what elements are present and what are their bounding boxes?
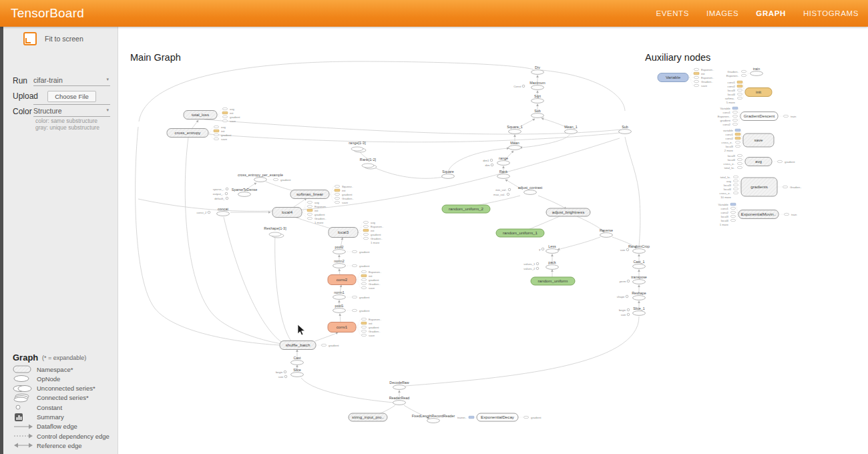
graph-node-local3[interactable]: local3avgExponen..initgradientGradien..1… [329, 221, 383, 244]
graph-node-train[interactable]: trainGradien..Exponen.. [726, 67, 763, 77]
graph-node-Mean_1[interactable]: Mean_1 [564, 125, 577, 134]
graph-node-DecodeRaw[interactable]: DecodeRaw [389, 381, 409, 390]
graph-node-concat[interactable]: concat [217, 207, 230, 216]
svg-text:local3: local3 [721, 215, 729, 218]
graph-node-avg[interactable]: avggradientlocal3local4cross_e..total_lo… [724, 154, 796, 170]
graph-node-Sub[interactable]: Sub [619, 125, 632, 134]
svg-text:gradient: gradient [359, 250, 370, 254]
graph-node-Cast_1[interactable]: Cast_1 [633, 260, 646, 269]
graph-node-Reshape[1-3][interactable]: Reshape[1-3] [264, 226, 286, 238]
graph-node-shape[interactable]: shape [617, 295, 628, 298]
graph-node-Square_1[interactable]: Square_1 [507, 125, 522, 134]
graph-node-ExponentialMovin[interactable]: ExponentialMovin..trainVariableconv1conv… [718, 203, 797, 226]
graph-edge [625, 137, 640, 247]
graph-node-Square[interactable]: Square [442, 170, 455, 179]
reference-icon [13, 441, 37, 450]
graph-node-sparse_[interactable]: sparse_.. [213, 188, 228, 191]
nav-item-images[interactable]: IMAGES [706, 9, 738, 17]
graph-node-min_val[interactable]: min_val.. [495, 188, 511, 192]
graph-node-string_input_pro[interactable]: string_input_pro.. [349, 413, 387, 421]
svg-text:default_: default_ [214, 197, 225, 200]
graph-node-range[interactable]: range [497, 156, 510, 166]
graph-node-pack[interactable]: pack [546, 260, 559, 270]
graph-node-Sub[interactable]: Sub [531, 109, 544, 118]
graph-node-size[interactable]: size [621, 313, 630, 316]
fit-to-screen-button[interactable]: Fit to screen [23, 32, 83, 45]
graph-node-norm1[interactable]: norm1gradient [333, 290, 371, 300]
graph-node-Div[interactable]: Div [531, 65, 544, 75]
graph-node-ReaderRead[interactable]: ReaderRead [389, 396, 410, 405]
graph-node-FixedLengthRecordReader[interactable]: FixedLengthRecordReader [412, 414, 455, 423]
graph-node-const_2[interactable]: const_2 [196, 211, 210, 214]
graph-node-Maximum[interactable]: Maximum [529, 81, 546, 90]
nav-item-histograms[interactable]: HISTOGRAMS [803, 9, 859, 17]
graph-node-Reshape[interactable]: Reshape [632, 291, 646, 300]
graph-node-cross_entropy[interactable]: cross_entropyavginitgradientsave [167, 126, 232, 141]
graph-node-conv2[interactable]: conv2Exponen..initgradientGradien..save [328, 270, 381, 290]
graph-node-RandomCrop[interactable]: RandomCrop [628, 244, 650, 254]
run-select[interactable]: cifar-train ▾ [33, 76, 110, 86]
graph-edge [301, 378, 394, 403]
graph-node-dim1[interactable]: dim1 [483, 159, 493, 162]
graph-node-begin[interactable]: begin [276, 371, 286, 374]
graph-node-local4[interactable]: local4avgExponen..initgradientGradien..1… [272, 201, 327, 224]
graph-node-softmax_linear[interactable]: softmax_linearSqueez..initgradientGradie… [290, 185, 354, 204]
graph-node-Variable[interactable]: VariableExponen..initExponen..Gradien..s… [658, 68, 714, 87]
svg-text:size: size [278, 375, 284, 379]
graph-node-values_1[interactable]: values_1 [523, 262, 539, 266]
graph-node-save[interactable]: savevariableconv1conv2cross_e..local32 m… [722, 129, 774, 152]
graph-node-Slice[interactable]: Slice [291, 368, 304, 377]
graph-node-default_[interactable]: default_ [214, 197, 228, 200]
graph-node-y[interactable]: y [539, 248, 544, 251]
graph-node-output_[interactable]: output_.. [213, 192, 228, 196]
graph-node-GradientDescent[interactable]: GradientDescenttrainVariableconv1Exponen… [718, 107, 797, 126]
graph-node-Cast[interactable]: Cast [291, 356, 304, 365]
graph-node-adjust_brightness[interactable]: adjust_brightness [546, 208, 590, 216]
choose-file-button[interactable]: Choose File [47, 91, 96, 102]
graph-edge [370, 166, 443, 178]
graph-node-adjust_contrast[interactable]: adjust_contrast [518, 186, 543, 195]
opnode-icon [13, 374, 37, 383]
graph-node-cross_entropy_per_example[interactable]: cross_entropy_per_examplegradient [238, 173, 291, 182]
graph-node-random_uniform_2[interactable]: random_uniform_2 [442, 205, 490, 213]
svg-text:cross_entropy: cross_entropy [175, 130, 202, 135]
graph-node-Less[interactable]: Less [546, 244, 559, 254]
graph-node-max_val[interactable]: max_val.. [493, 193, 509, 196]
graph-node-begin[interactable]: begin [619, 308, 630, 312]
graph-node-Rank[1-2][interactable]: Rank[1-2] [360, 158, 377, 169]
graph-node-Sqrt[interactable]: Sqrt [531, 94, 544, 103]
graph-node-size[interactable]: size [278, 375, 287, 379]
graph-node-init[interactable]: initconv1conv2local3local4softma..5 more [725, 81, 772, 104]
graph-node-range[1-3][interactable]: range[1-3] [349, 141, 366, 152]
graph-node-perm[interactable]: perm [620, 280, 630, 283]
svg-text:dim1: dim1 [483, 159, 489, 162]
graph-node-shuffle_batch[interactable]: shuffle_batchgradient [280, 341, 339, 350]
nav-item-graph[interactable]: GRAPH [756, 9, 786, 17]
svg-text:adjust_contrast: adjust_contrast [518, 186, 543, 190]
graph-node-Slice_1[interactable]: Slice_1 [633, 306, 646, 316]
graph-node-transpose[interactable]: transpose [631, 275, 647, 284]
graph-node-gradients[interactable]: gradientsGradien..total_lo..avglocal3loc… [720, 176, 802, 199]
graph-node-conv1[interactable]: conv1Exponen..initgradientGradien..save [328, 318, 381, 337]
graph-node-SparseToDense[interactable]: SparseToDense [232, 188, 257, 197]
color-select[interactable]: Structure ▾ [33, 107, 110, 117]
graph-node-dim[interactable]: dim [485, 164, 493, 167]
graph-node-values_2[interactable]: values_2 [523, 267, 539, 270]
graph-node-Const[interactable]: Const [513, 85, 525, 88]
graph-node-random_uniform[interactable]: random_uniform [531, 277, 575, 285]
graph-node-ExponentialDecay[interactable]: ExponentialDecaygradienttrainin.. [457, 413, 541, 421]
graph-node-Reverse[interactable]: Reverse [600, 228, 613, 238]
graph-node-pool2[interactable]: pool2gradient [333, 245, 371, 254]
graph-node-norm2[interactable]: norm2gradient [333, 259, 371, 268]
graph-node-Mean[interactable]: Mean [509, 141, 521, 150]
svg-text:init: init [342, 189, 346, 192]
graph-node-random_uniform_1[interactable]: random_uniform_1 [496, 229, 544, 237]
graph-canvas[interactable]: total_lossavginitgradientsavecross_entro… [118, 27, 868, 454]
graph-node-pool1[interactable]: pool1gradient [333, 304, 371, 313]
graph-node-size[interactable]: size [620, 248, 629, 252]
svg-text:Variable: Variable [720, 107, 731, 110]
graph-edge [275, 234, 291, 341]
sidebar-scrollbar[interactable] [0, 27, 3, 454]
legend-item-unconnected: Unconnected series* [13, 384, 95, 393]
nav-item-events[interactable]: EVENTS [656, 9, 689, 17]
